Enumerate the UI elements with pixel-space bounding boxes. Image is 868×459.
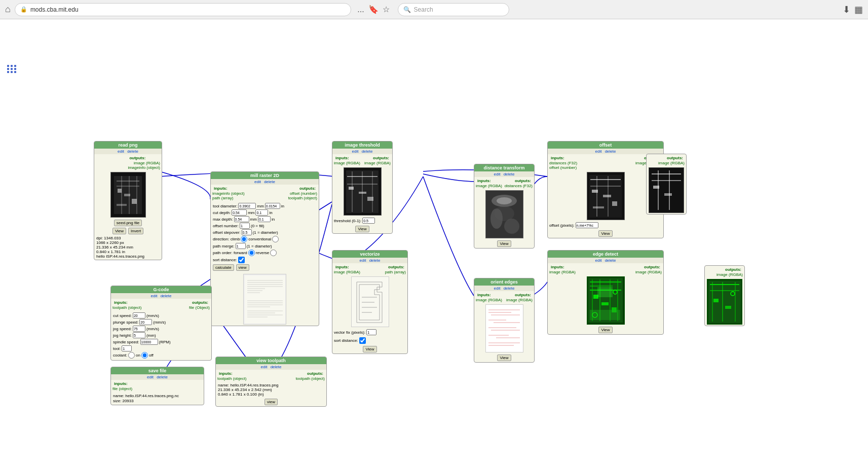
save-file-delete[interactable]: delete	[157, 375, 168, 379]
distance-transform-actions[interactable]: edit delete	[474, 171, 534, 177]
offset-number[interactable]	[240, 223, 250, 229]
spindle-speed-val[interactable]	[140, 339, 158, 345]
save-file-actions[interactable]: edit delete	[111, 374, 204, 380]
mill-raster-view[interactable]: view	[236, 264, 249, 271]
view-toolpath-delete[interactable]: delete	[271, 365, 282, 369]
mill-raster-edit[interactable]: edit	[254, 180, 261, 184]
svg-rect-46	[593, 206, 604, 208]
read-png-edit[interactable]: edit	[118, 149, 124, 154]
image-threshold-actions[interactable]: edit delete	[332, 149, 392, 154]
vectorize-delete[interactable]: delete	[369, 258, 381, 263]
offset-actions[interactable]: edit delete	[548, 149, 663, 154]
save-file-edit[interactable]: edit	[147, 375, 154, 379]
threshold-value[interactable]	[362, 218, 375, 224]
canvas-area: read png edit delete outputs: image (RGB…	[0, 19, 868, 459]
view-toolpath-actions[interactable]: edit delete	[216, 364, 326, 370]
vector-fix-value[interactable]	[366, 329, 376, 335]
svg-rect-86	[649, 168, 684, 213]
vectorize-actions[interactable]: edit delete	[332, 258, 407, 263]
edge-detect-actions[interactable]: edit delete	[548, 258, 663, 263]
orient-edges-actions[interactable]: edit delete	[474, 286, 534, 291]
orient-edges-delete[interactable]: delete	[504, 286, 515, 291]
jog-speed-val[interactable]	[133, 326, 145, 332]
more-options-icon[interactable]: ...	[357, 5, 364, 14]
mill-raster-actions[interactable]: edit delete	[211, 179, 319, 185]
vt-name: hello.ISP.44.res.traces.png	[230, 383, 278, 387]
path-merge[interactable]	[236, 243, 246, 249]
image-threshold-delete[interactable]: delete	[362, 149, 373, 154]
distance-transform-title: distance transform	[474, 164, 534, 171]
svg-rect-85	[590, 310, 620, 320]
direction-climb[interactable]	[241, 236, 247, 242]
coolant-on[interactable]	[128, 352, 135, 359]
view-toolpath-view[interactable]: view	[265, 399, 278, 405]
path-order-forward[interactable]	[248, 250, 255, 256]
read-png-delete[interactable]: delete	[127, 149, 138, 154]
orient-edges-view[interactable]: View	[497, 355, 511, 361]
distance-transform-delete[interactable]: delete	[504, 172, 515, 176]
sort-distance-check[interactable]	[238, 257, 245, 263]
svg-rect-91	[653, 186, 659, 189]
mill-raster-node: mill raster 2D edit delete inputs: image…	[210, 171, 319, 326]
tool-val[interactable]	[122, 345, 132, 351]
max-depth-in[interactable]	[258, 216, 271, 222]
read-png-actions[interactable]: edit delete	[94, 149, 162, 154]
mill-raster-calculate[interactable]: calculate	[213, 264, 234, 271]
pocket-icon[interactable]: 🔖	[368, 5, 379, 14]
offset-edit[interactable]: edit	[595, 149, 602, 154]
edge-detect-edit[interactable]: edit	[595, 258, 602, 263]
address-bar[interactable]: 🔒 mods.cba.mit.edu	[15, 3, 351, 16]
coolant-off[interactable]	[141, 352, 148, 359]
g-code-delete[interactable]: delete	[161, 294, 172, 298]
max-depth-mm[interactable]	[234, 216, 249, 222]
svg-rect-34	[349, 187, 354, 190]
distance-transform-view[interactable]: View	[497, 240, 511, 247]
g-code-edit[interactable]: edit	[151, 294, 158, 298]
edge-detect-view[interactable]: View	[598, 327, 612, 333]
mill-raster-title: mill raster 2D	[211, 172, 319, 179]
plunge-speed-val[interactable]	[139, 319, 152, 325]
path-order-reverse[interactable]	[270, 250, 277, 256]
svg-rect-44	[603, 195, 611, 197]
orient-edges-edit[interactable]: edit	[494, 286, 501, 291]
g-code-actions[interactable]: edit delete	[111, 293, 211, 299]
edge-detect-delete[interactable]: delete	[605, 258, 616, 263]
svg-rect-80	[601, 302, 609, 305]
direction-conventional[interactable]	[272, 236, 279, 242]
cut-depth-in[interactable]	[255, 209, 268, 216]
vectorize-view[interactable]: View	[363, 346, 376, 352]
svg-rect-94	[708, 280, 741, 323]
cut-depth-mm[interactable]	[232, 209, 247, 216]
image-threshold-node: image threshold edit delete inputs: imag…	[332, 141, 393, 234]
offset-stepover[interactable]	[242, 229, 252, 235]
star-icon[interactable]: ☆	[383, 5, 390, 14]
tabs-icon[interactable]: ▦	[854, 4, 863, 15]
offset-delete[interactable]: delete	[605, 149, 616, 154]
cut-speed-val[interactable]	[133, 312, 145, 319]
tool-diameter-in[interactable]	[265, 203, 280, 209]
distance-transform-edit[interactable]: edit	[494, 172, 501, 176]
read-png-view[interactable]: View	[112, 228, 126, 234]
search-box[interactable]: 🔍 Search	[398, 3, 509, 16]
save-file-title: save file	[111, 367, 204, 374]
vector-sort-distance[interactable]	[359, 337, 366, 344]
vectorize-edit[interactable]: edit	[360, 258, 366, 263]
view-toolpath-node: view toolpath edit delete inputs: toolpa…	[215, 357, 327, 407]
offset-value[interactable]	[576, 222, 598, 228]
threshold-view[interactable]: View	[355, 226, 369, 232]
tool-diameter-mm[interactable]	[238, 203, 256, 209]
image-threshold-edit[interactable]: edit	[352, 149, 359, 154]
svg-rect-101	[725, 306, 731, 309]
read-png-invert[interactable]: Invert	[128, 228, 143, 234]
distance-transform-preview	[485, 190, 523, 238]
mill-raster-delete[interactable]: delete	[264, 180, 275, 184]
jog-height-val[interactable]	[133, 332, 145, 338]
offset-view[interactable]: View	[598, 230, 612, 237]
app-grid-icon[interactable]	[7, 65, 17, 73]
read-png-info: dpi: 1346.033 1066 x 2260 px 21.336 x 45…	[94, 235, 162, 260]
download-icon[interactable]: ⬇	[843, 4, 850, 15]
home-icon[interactable]: ⌂	[5, 4, 11, 15]
read-png-select-file[interactable]: seed.png file	[114, 220, 142, 226]
svg-rect-10	[117, 204, 127, 206]
view-toolpath-edit[interactable]: edit	[261, 365, 268, 369]
